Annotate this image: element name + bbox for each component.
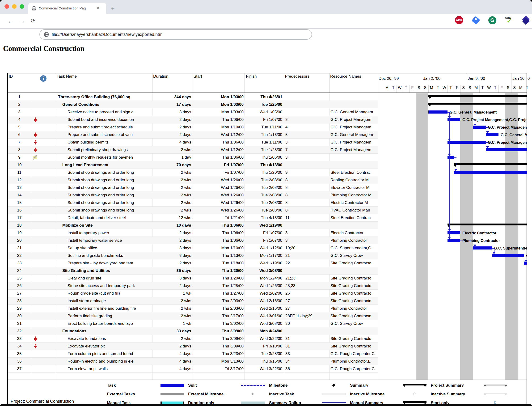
cell-predecessors: 8 [285, 184, 328, 191]
cell-finish: Tue 3/28/00 [245, 350, 282, 358]
cell-id: 22 [8, 252, 31, 259]
gantt-task-bar [524, 261, 527, 265]
back-button[interactable]: ← [5, 15, 15, 26]
cell-id: 36 [8, 358, 31, 365]
close-window-button[interactable] [5, 4, 9, 9]
link-arrowhead [486, 146, 489, 148]
legend-item-label: Milestone [269, 383, 288, 388]
timeline-day-letter: S [460, 86, 467, 90]
cell-predecessors: 26 [285, 290, 328, 297]
forward-button[interactable]: → [16, 15, 27, 26]
cell-duration: 12 wks [152, 214, 191, 222]
table-row: 20Install temporary water service2 daysT… [8, 237, 378, 244]
cell-duration: 3 days [152, 244, 191, 252]
cell-start: Thu 1/13/00 [193, 252, 244, 259]
grammarly-extension-icon[interactable]: G [488, 16, 497, 25]
adblock-plus-extension-icon[interactable]: ABP [455, 16, 464, 25]
gantt-task-bar [447, 239, 460, 242]
table-row: 34Excavate elevator pit2 daysThu 3/09/00… [8, 342, 378, 350]
cell-finish: Thu 4/13/00 [245, 214, 282, 222]
timeline-day-letter: F [409, 86, 416, 90]
table-row: 26Stone site access and temporary park2 … [8, 282, 378, 290]
person-indicator-icon [34, 140, 37, 146]
timeline-day-letter: S [467, 86, 473, 90]
table-row: 36Rough-in electric and plumbing in ele4… [8, 358, 378, 365]
symbol-inactive-summary [484, 393, 486, 396]
cell-id: 25 [8, 275, 31, 282]
cell-start: Wed 1/26/00 [193, 199, 244, 207]
cell-predecessors [285, 327, 328, 335]
spellcheck-abc-extension-icon[interactable]: ABC ✓ [505, 16, 514, 25]
cell-resources: Site Grading Contracto [331, 259, 377, 267]
cell-start: Mon 1/03/00 [193, 108, 244, 116]
browser-tab[interactable]: Commercial Construction Pag ✕ [28, 3, 106, 14]
table-row: 35Form column piers and spread found4 da… [8, 350, 378, 358]
symbol-project-summary [484, 385, 486, 387]
cell-finish: Fri 1/07/00 [245, 116, 282, 123]
timeline-week-label: Dec 26, '99 [379, 76, 399, 81]
cell-duration: 2 days [152, 116, 191, 123]
table-row: 19Install temporary power2 daysThu 1/06/… [8, 229, 378, 237]
cell-start: Thu 3/09/00 [193, 327, 244, 335]
cell-resources: Site Grading Contracto [331, 275, 377, 282]
cell-id: 21 [8, 244, 31, 252]
cell-resources: Plumbing Contractor M [331, 191, 377, 199]
cell-id: 13 [8, 184, 31, 191]
cell-finish: Fri 1/07/00 [245, 237, 282, 244]
link-arrowhead [525, 260, 527, 262]
price-tag-extension-icon[interactable] [472, 16, 481, 25]
link-line [488, 127, 488, 131]
cell-duration: 2 days [152, 131, 191, 138]
zoom-window-button[interactable] [20, 4, 24, 9]
cell-finish: Wed 1/19/00 [245, 259, 282, 267]
cell-predecessors: 3 [285, 138, 328, 146]
cell-duration: 2 days [152, 342, 191, 350]
cell-finish: Tue 2/08/00 [245, 199, 282, 207]
new-tab-button[interactable]: + [108, 3, 118, 13]
cell-predecessors: 8 [285, 199, 328, 207]
timeline-week-label: Jan 9, '00 [468, 76, 485, 81]
url-text[interactable]: file:///Users/nayyershahbaz/Documents/ne… [52, 32, 163, 37]
cell-finish: Wed 3/22/00 [245, 335, 282, 342]
link-arrowhead [454, 169, 457, 171]
cell-start: Thu 3/02/00 [193, 320, 244, 327]
minimize-window-button[interactable] [12, 4, 16, 9]
symbol-manual-task [162, 401, 183, 404]
cell-predecessors: 21;23 [285, 275, 328, 282]
cell-task-name: Rough-in electric and plumbing in ele [56, 358, 152, 365]
cell-finish: Tue 1/11/00 [245, 123, 282, 131]
cell-duration: 4 days [152, 365, 191, 373]
cell-id: 17 [8, 214, 31, 222]
table-row: 21Set up site office3 daysMon 1/10/00Wed… [8, 244, 378, 252]
legend-item-label: Project Summary [431, 383, 464, 388]
cell-id: 18 [8, 222, 31, 229]
cell-resources: G.C. General Managem [331, 108, 377, 116]
cell-task-name: Submit shop drawings and order long [56, 176, 152, 184]
symbol-inactive-milestone [413, 392, 416, 395]
symbol-task [160, 384, 184, 387]
cell-predecessors: 3 [285, 237, 328, 244]
cell-finish: Mon 4/24/00 [245, 327, 282, 335]
site-info-globe-icon[interactable] [44, 32, 49, 37]
table-row: 18Mobilize on Site10 daysThu 1/06/00Wed … [8, 222, 378, 229]
cell-start: Mon 1/10/00 [193, 244, 244, 252]
gantt-task-bar [447, 156, 454, 159]
legend: Project: Commercial Construction TaskSpl… [8, 380, 527, 404]
layers-extension-icon[interactable] [521, 16, 530, 25]
cell-predecessors: 8 [285, 191, 328, 199]
tab-close-icon[interactable]: ✕ [97, 6, 100, 11]
cell-predecessors [285, 267, 328, 275]
cell-task-name: Prepare site - lay down yard and tem [56, 259, 152, 267]
cell-resources [331, 327, 377, 335]
table-row: 8Submit preliminary shop drawings2 wksWe… [8, 146, 378, 154]
cell-duration: 2 wks [152, 199, 191, 207]
cell-duration: 3 days [152, 108, 191, 116]
cell-resources: Site Grading Contracto [331, 335, 377, 342]
address-bar[interactable]: file:///Users/nayyershahbaz/Documents/ne… [39, 29, 312, 40]
cell-start: Wed 1/26/00 [193, 207, 244, 214]
symbol-milestone [332, 384, 335, 387]
cell-finish: Thu 1/06/00 [245, 154, 282, 161]
reload-button[interactable]: ⟳ [28, 15, 38, 26]
cell-predecessors: 30 [285, 320, 328, 327]
cell-id: 30 [8, 312, 31, 320]
